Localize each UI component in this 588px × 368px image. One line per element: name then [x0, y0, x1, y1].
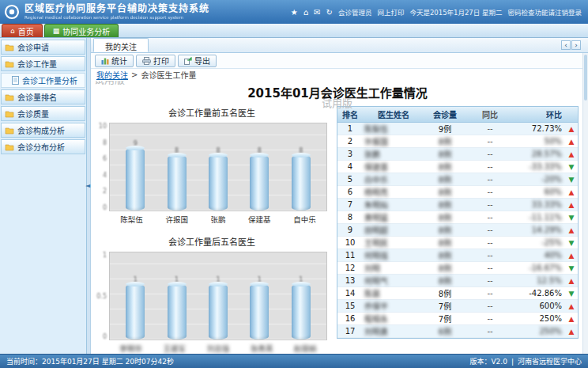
doctor-name-cell: 白中乐	[363, 173, 424, 185]
yoy-cell: --	[466, 200, 514, 209]
tab-scroll-buttons: ‹ ›	[561, 40, 581, 50]
vertical-scrollbar[interactable]	[582, 53, 588, 354]
breadcrumb-current: 会诊医生工作量	[141, 69, 196, 81]
sidebar-item-consult-composition[interactable]: 会诊构成分析	[1, 123, 85, 138]
sidebar-item-consult-quality[interactable]: 会诊质量	[1, 106, 85, 121]
count-cell: 6例	[424, 325, 466, 337]
bar: 9	[126, 123, 145, 211]
table-row[interactable]: 13何明气8例--12.5%▲	[337, 275, 578, 287]
table-row[interactable]: 8黄明猛8例---11.11%▼	[337, 211, 578, 224]
breadcrumb-root-link[interactable]: 我的关注	[96, 69, 128, 81]
sidebar-item-label: 会诊申请	[17, 41, 49, 53]
table-row[interactable]: 16程相永7例--250%▲	[337, 313, 578, 325]
doctor-name-cell: 陈梨伍	[363, 123, 424, 135]
tab-my-focus[interactable]: 我的关注	[93, 38, 149, 52]
rank-cell: 9	[337, 226, 363, 234]
table-row[interactable]: 14陈晨8例---42.86%▼	[337, 287, 578, 300]
x-axis-labels: 陈梨伍许报国张鹏保建基自中乐	[96, 214, 327, 225]
yoy-cell: --	[466, 314, 514, 323]
header-rank: 排名	[337, 108, 363, 120]
rank-cell: 2	[337, 137, 363, 146]
yoy-cell: --	[466, 137, 514, 146]
charts-column: 会诊工作量前五名医生 1086420 98888 陈梨伍许报国张鹏保建基自中乐 …	[96, 106, 327, 354]
sidebar-item-consult-workload-analysis[interactable]: 会诊工作量分析	[1, 73, 85, 88]
table-row[interactable]: 1陈梨伍9例--72.73%▲	[337, 123, 578, 135]
breadcrumb-separator: >	[131, 70, 138, 79]
mom-cell: 50%	[514, 137, 565, 146]
sidebar: 会诊申请 会诊工作量 会诊工作量分析 会诊量排名 会诊质量 会诊构成分析	[0, 38, 87, 354]
table-row[interactable]: 2许报国8例--50%▲	[337, 135, 578, 148]
tab-home[interactable]: ⌂ 首页	[2, 24, 43, 37]
cylinder-bar	[209, 155, 228, 211]
cylinder-bar	[168, 284, 187, 340]
y-axis: 1086420	[96, 123, 109, 211]
export-icon	[184, 57, 192, 65]
table-row[interactable]: 3张鹏8例--28.57%▲	[337, 148, 578, 161]
doctor-name-cell: 何明强	[363, 249, 424, 261]
rank-cell: 14	[337, 289, 363, 298]
mom-cell: 600%	[514, 302, 565, 310]
cylinder-bar	[250, 155, 269, 211]
logout-note[interactable]: 密码检查功能请注销登录	[507, 7, 582, 17]
tab-collaborative-analysis[interactable]: ▦ 协同业务分析	[44, 24, 119, 37]
mom-cell: 72.73%	[514, 124, 565, 133]
mail-icon[interactable]: ✉	[314, 8, 320, 17]
tab-prev-button[interactable]: ‹	[561, 40, 571, 50]
mom-cell: -42.86%	[514, 289, 565, 298]
sidebar-item-consult-workload[interactable]: 会诊工作量	[1, 56, 85, 71]
table-row[interactable]: 11何明强8例--40%▲	[337, 249, 578, 262]
sidebar-item-consult-distribution[interactable]: 会诊分布分析	[1, 139, 85, 154]
scrollbar-thumb[interactable]	[584, 55, 587, 101]
up-arrow-icon: ▲	[565, 138, 578, 146]
tab-next-button[interactable]: ›	[571, 40, 581, 50]
current-user: 会诊管理员	[338, 7, 372, 17]
print-button-label: 打印	[153, 55, 169, 66]
mom-cell: -16.67%	[514, 264, 565, 272]
doctor-name-cell: 程相永	[363, 313, 424, 324]
bar-category-label: 刘志强	[207, 343, 230, 354]
cylinder-bar	[292, 284, 311, 340]
down-arrow-icon: ▼	[565, 264, 578, 272]
chart-title: 会诊工作量前五名医生	[96, 106, 327, 119]
rank-cell: 11	[337, 251, 363, 260]
page-icon	[12, 76, 19, 85]
quick-link[interactable]: 网上打印	[377, 7, 404, 17]
logo-icon	[4, 4, 20, 20]
table-row[interactable]: 5白中乐8例---20%▼	[337, 173, 578, 186]
footer-separator: |	[511, 358, 514, 366]
app-subtitle: Regional medical collaboration service p…	[24, 14, 183, 20]
count-cell: 7例	[424, 313, 466, 324]
count-cell: 8例	[424, 224, 466, 236]
table-row[interactable]: 6杨明亮8例--60%▲	[337, 186, 578, 199]
org-name: 河南省远程医学中心	[518, 356, 582, 366]
sidebar-item-consult-apply[interactable]: 会诊申请	[1, 40, 85, 55]
table-row[interactable]: 17刘明勇6例--250%▲	[337, 325, 578, 338]
collapse-arrow-icon[interactable]: ◄	[85, 182, 90, 189]
doctor-name-cell: 朱明灿	[363, 199, 424, 211]
print-button[interactable]: 打印	[136, 55, 175, 67]
table-row[interactable]: 4保建基8例---33.33%▼	[337, 161, 578, 173]
refresh-icon[interactable]: ↻	[326, 8, 333, 17]
rank-cell: 4	[337, 162, 363, 171]
count-cell: 8例	[424, 237, 466, 248]
table-row[interactable]: 15乔保平7例--600%▲	[337, 300, 578, 313]
rank-cell: 6	[337, 188, 363, 196]
folder-icon	[5, 143, 14, 151]
export-button[interactable]: 导出	[178, 55, 217, 67]
bar-category-label: 许报国	[165, 214, 188, 225]
folder-icon	[5, 127, 14, 135]
table-row[interactable]: 9田明超8例--14.29%▲	[337, 224, 578, 237]
yoy-cell: --	[466, 226, 514, 234]
y-tick-label: 4	[103, 172, 107, 179]
sidebar-item-label: 会诊工作量分析	[22, 74, 77, 86]
doctor-name-cell: 保建基	[363, 161, 424, 173]
table-row[interactable]: 7朱明灿8例--33.33%▲	[337, 199, 578, 211]
stat-button[interactable]: 统计	[95, 55, 134, 67]
mom-cell: -20%	[514, 175, 565, 184]
sidebar-item-consult-ranking[interactable]: 会诊量排名	[1, 89, 85, 104]
table-row[interactable]: 12刘明8例---16.67%▼	[337, 262, 578, 275]
table-row[interactable]: 10王明民8例---25%▼	[337, 237, 578, 249]
rank-cell: 10	[337, 238, 363, 247]
home-icon[interactable]: ⌂	[303, 8, 308, 17]
star-icon[interactable]: ★	[291, 8, 298, 17]
